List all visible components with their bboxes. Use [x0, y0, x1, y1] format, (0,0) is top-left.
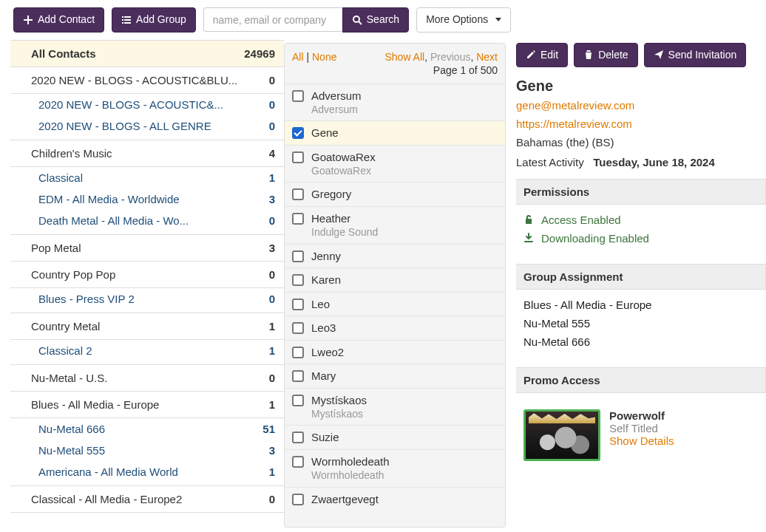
checkbox[interactable]	[292, 322, 304, 334]
contact-list-item[interactable]: HeatherIndulge Sound	[285, 206, 505, 244]
sidebar-item-label: Classical	[38, 171, 83, 184]
checkbox[interactable]	[292, 494, 304, 505]
contact-list-item[interactable]: Suzie	[285, 425, 505, 449]
contact-website[interactable]: https://metalreview.com	[516, 117, 766, 130]
sidebar-group[interactable]: Children's Music4	[10, 140, 284, 167]
contact-list-item[interactable]: Lweo2	[285, 340, 505, 364]
checkbox[interactable]	[292, 127, 304, 139]
sidebar-item-all-contacts[interactable]: All Contacts24969	[10, 41, 284, 67]
sidebar-subgroup[interactable]: Death Metal - All Media - Wo...0	[10, 210, 284, 231]
add-group-button[interactable]: Add Group	[112, 7, 196, 33]
sidebar-group[interactable]: Classical - All Media - Europe20	[10, 486, 284, 513]
send-invitation-label: Send Invitation	[668, 48, 737, 63]
contact-email[interactable]: gene@metalreview.com	[516, 99, 766, 112]
search-button-label: Search	[367, 13, 399, 27]
sidebar-subgroup[interactable]: 2020 NEW - BLOGS - ALL GENRE0	[10, 115, 284, 137]
checkbox[interactable]	[292, 151, 304, 163]
checkbox[interactable]	[292, 347, 304, 358]
sidebar-item-count: 4	[269, 147, 275, 160]
search-button[interactable]: Search	[342, 7, 409, 33]
sidebar-item-count: 1	[269, 398, 275, 411]
contact-subtitle: GoatowaRex	[311, 164, 376, 177]
sidebar-subgroup[interactable]: Nu-Metal 66651	[10, 418, 284, 440]
checkbox[interactable]	[292, 274, 304, 286]
promo-show-details[interactable]: Show Details	[609, 434, 674, 447]
page-indicator: Page 1 of 500	[292, 63, 498, 81]
svg-rect-0	[122, 16, 123, 18]
checkbox[interactable]	[292, 456, 304, 468]
search-input[interactable]	[203, 7, 342, 32]
add-contact-button[interactable]: Add Contact	[13, 7, 104, 33]
checkbox[interactable]	[292, 370, 304, 382]
search-group: Search	[203, 7, 409, 33]
permission-item: Access Enabled	[523, 214, 762, 226]
contact-subtitle: Indulge Sound	[311, 225, 378, 239]
sidebar-group[interactable]: Country Pop Pop0	[10, 262, 284, 288]
checkbox[interactable]	[292, 213, 304, 225]
checkbox[interactable]	[292, 90, 304, 102]
more-options-button[interactable]: More Options	[416, 7, 511, 33]
contact-list-item[interactable]: AdversumAdversum	[285, 83, 505, 121]
checkbox[interactable]	[292, 432, 304, 443]
next-link[interactable]: Next	[476, 51, 498, 63]
sidebar-item-count: 0	[269, 372, 275, 384]
sidebar-group[interactable]: Nu-Metal - U.S.0	[10, 365, 284, 392]
send-invitation-button[interactable]: Send Invitation	[644, 43, 747, 68]
show-all-link[interactable]: Show All	[384, 51, 424, 63]
sidebar-subgroup[interactable]: Americana - All Media World1	[10, 461, 284, 482]
sidebar-item-count: 1	[269, 320, 275, 332]
sidebar-item-count: 0	[269, 214, 275, 227]
sidebar-group[interactable]: Blues - All Media - Europe1	[10, 392, 284, 418]
contact-list-item[interactable]: Leo	[285, 292, 505, 316]
contact-list-item[interactable]: Jenny	[285, 244, 505, 268]
checkbox[interactable]	[292, 299, 304, 310]
sidebar-item-label: Blues - All Media - Europe	[31, 398, 159, 411]
sidebar-subgroup[interactable]: EDM - All Media - Worldwide3	[10, 188, 284, 210]
checkbox[interactable]	[292, 188, 304, 200]
edit-button[interactable]: Edit	[516, 43, 568, 68]
sidebar-group[interactable]: 2020 NEW - BLOGS - ACOUSTIC&BLU...0	[10, 67, 284, 94]
contact-name: Leo3	[311, 321, 336, 335]
toolbar: Add Contact Add Group Search More Option…	[0, 0, 766, 40]
contact-name: Lweo2	[311, 345, 344, 360]
sidebar-item-count: 0	[269, 120, 275, 132]
activity-label: Latest Activity	[516, 156, 584, 168]
contact-list-item[interactable]: MystískaosMystískaos	[285, 388, 505, 426]
sidebar-subgroup[interactable]: Classical 21	[10, 340, 284, 361]
sidebar-group[interactable]: Pop Metal3	[10, 235, 284, 262]
svg-rect-4	[122, 22, 123, 24]
contact-list-item[interactable]: Gene	[285, 120, 505, 145]
contact-list-item[interactable]: Zwaertgevegt	[285, 487, 505, 511]
contact-list-item[interactable]: Mary	[285, 364, 505, 388]
list-icon	[121, 15, 132, 25]
sidebar-item-label: Americana - All Media World	[38, 466, 178, 478]
sidebar-item-label: 2020 NEW - BLOGS - ACOUSTIC&BLU...	[31, 74, 237, 86]
select-none-link[interactable]: None	[312, 51, 336, 63]
sidebar-subgroup[interactable]: Classical1	[10, 167, 284, 188]
permission-label: Downloading Enabled	[541, 232, 649, 245]
permissions-header: Permissions	[516, 179, 766, 205]
sidebar-item-label: EDM - All Media - Worldwide	[38, 193, 180, 205]
contact-list-item[interactable]: Karen	[285, 267, 505, 292]
sidebar-item-label: Classical 2	[38, 344, 92, 357]
contact-list-item[interactable]: WormholedeathWormholedeath	[285, 449, 505, 487]
contact-subtitle: Mystískaos	[311, 407, 367, 420]
svg-line-7	[359, 21, 362, 24]
contact-list-item[interactable]: GoatowaRexGoatowaRex	[285, 145, 505, 183]
checkbox[interactable]	[292, 250, 304, 262]
sidebar-subgroup[interactable]: Nu-Metal 5553	[10, 440, 284, 461]
select-all-link[interactable]: All	[292, 51, 304, 63]
contact-list-item[interactable]: Leo3	[285, 316, 505, 340]
sidebar-group[interactable]: Country Metal1	[10, 313, 284, 340]
checkbox[interactable]	[292, 395, 304, 406]
sidebar-item-label: Country Metal	[31, 320, 100, 332]
contact-name: Zwaertgevegt	[311, 492, 379, 507]
sidebar-item-count: 3	[269, 444, 275, 457]
contact-name: Leo	[311, 297, 330, 312]
delete-button[interactable]: Delete	[574, 43, 637, 68]
delete-label: Delete	[598, 48, 628, 63]
promo-thumbnail[interactable]	[523, 409, 600, 461]
sidebar-subgroup[interactable]: 2020 NEW - BLOGS - ACOUSTIC&...0	[10, 94, 284, 115]
sidebar-subgroup[interactable]: Blues - Press VIP 20	[10, 288, 284, 310]
contact-list-item[interactable]: Gregory	[285, 182, 505, 206]
